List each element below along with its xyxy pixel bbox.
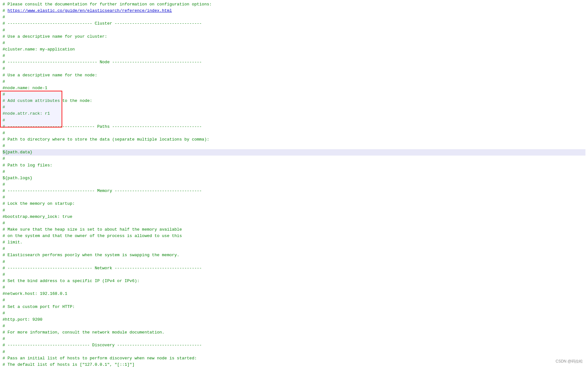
code-line-38: # limit. <box>3 239 585 246</box>
code-line-31: # <box>3 194 585 201</box>
code-line-19: # <box>3 117 585 124</box>
code-line-12: # Use a descriptive name for the node: <box>3 72 585 79</box>
code-line-39: # <box>3 246 585 252</box>
code-line-49: # <box>3 310 585 317</box>
code-line-13: # <box>3 79 585 85</box>
docs-link[interactable]: https://www.elastic.co/guide/en/elastics… <box>8 8 172 13</box>
code-line-45: # <box>3 284 585 291</box>
code-line-22: # Path to directory where to store the d… <box>3 136 585 143</box>
code-line-35: # <box>3 220 585 226</box>
code-line-55: # <box>3 349 585 355</box>
code-line-57: # The default list of hosts is ["127.0.0… <box>3 362 585 368</box>
code-line-52: # For more information, consult the netw… <box>3 329 585 336</box>
code-line-42: # ---------------------------------- Net… <box>3 265 585 272</box>
code-line-1: # Please consult the documentation for f… <box>3 1 585 8</box>
code-line-50: #http.port: 9200 <box>3 317 585 323</box>
code-line-36: # Make sure that the heap size is set to… <box>3 226 585 233</box>
code-line-24: ${path.data} <box>3 149 585 156</box>
code-line-53: # <box>3 336 585 342</box>
code-line-54: # --------------------------------- Disc… <box>3 342 585 349</box>
code-line-28: ${path.logs} <box>3 175 585 181</box>
code-line-46: #network.host: 192.168.0.1 <box>3 291 585 297</box>
code-line-32: # Lock the memory on startup: <box>3 201 585 207</box>
code-line-5: # <box>3 27 585 34</box>
code-line-48: # Set a custom port for HTTP: <box>3 304 585 310</box>
code-line-33: # <box>3 207 585 214</box>
code-container: # Please consult the documentation for f… <box>0 0 588 368</box>
code-line-41: # <box>3 259 585 265</box>
code-line-56: # Pass an initial list of hosts to perfo… <box>3 355 585 362</box>
code-line-4: # ---------------------------------- Clu… <box>3 20 585 27</box>
code-line-10: # ------------------------------------ N… <box>3 59 585 65</box>
code-line-23: # <box>3 143 585 149</box>
code-line-51: # <box>3 323 585 329</box>
code-line-40: # Elasticsearch performs poorly when the… <box>3 252 585 258</box>
code-line-47: # <box>3 297 585 303</box>
code-line-3: # <box>3 14 585 20</box>
code-line-21: # <box>3 130 585 136</box>
code-line-37: # on the system and that the owner of th… <box>3 233 585 239</box>
code-line-26: # Path to log files: <box>3 162 585 169</box>
code-line-7: # <box>3 40 585 46</box>
code-line-8: #cluster.name: my-application <box>3 46 585 53</box>
code-line-20: # ----------------------------------- Pa… <box>3 124 585 130</box>
code-line-17: # <box>3 104 585 111</box>
code-line-43: # <box>3 272 585 278</box>
code-line-2: # https://www.elastic.co/guide/en/elasti… <box>3 8 585 14</box>
code-line-6: # Use a descriptive name for your cluste… <box>3 34 585 40</box>
code-line-30: # ----------------------------------- Me… <box>3 188 585 194</box>
code-line-14: #node.name: node-1 <box>3 85 585 91</box>
code-line-18: #node.attr.rack: r1 <box>3 111 585 117</box>
code-line-27: # <box>3 169 585 175</box>
code-line-25: # <box>3 156 585 162</box>
code-line-11: # <box>3 65 585 72</box>
code-line-15: # <box>3 91 585 98</box>
watermark: CSDN @码拉松 <box>555 359 583 364</box>
code-line-29: # <box>3 181 585 188</box>
code-line-44: # Set the bind address to a specific IP … <box>3 278 585 284</box>
code-line-16: # Add custom attributes to the node: <box>3 98 585 104</box>
code-line-9: # <box>3 53 585 59</box>
code-line-34: #bootstrap.memory_lock: true <box>3 214 585 220</box>
